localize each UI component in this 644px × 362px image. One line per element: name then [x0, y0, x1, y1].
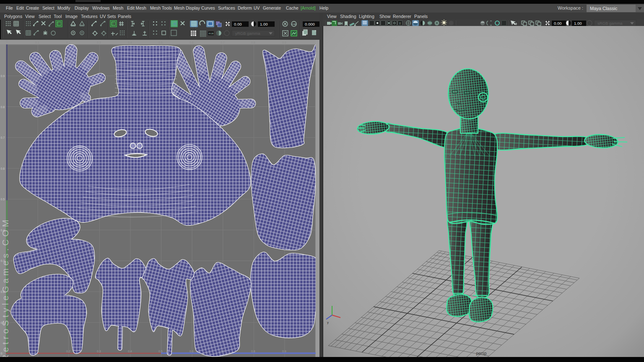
- svg-text:persp: persp: [476, 351, 486, 356]
- svg-text:sRGB gamma: sRGB gamma: [597, 21, 623, 26]
- svg-text:0.5: 0.5: [158, 350, 163, 353]
- svg-text:Deform: Deform: [238, 6, 252, 10]
- svg-text:0.3: 0.3: [97, 41, 101, 44]
- svg-text:Generate: Generate: [263, 6, 281, 10]
- svg-text:View: View: [327, 14, 337, 19]
- svg-text:Curves: Curves: [201, 6, 215, 10]
- svg-text:yRGB gamma: yRGB gamma: [235, 31, 260, 36]
- svg-text:0.00: 0.00: [234, 22, 242, 26]
- svg-text:0.6: 0.6: [190, 41, 194, 44]
- svg-text:1.00: 1.00: [574, 21, 582, 26]
- svg-text:0.4: 0.4: [128, 41, 132, 44]
- svg-text:Renderer: Renderer: [393, 14, 411, 19]
- svg-text:0.00: 0.00: [554, 21, 562, 26]
- svg-text:Panels: Panels: [414, 14, 428, 19]
- svg-text:0.8: 0.8: [251, 350, 255, 353]
- svg-text:F4B: F4B: [292, 23, 296, 26]
- svg-text:RetroStyleGames.COM: RetroStyleGames.COM: [0, 217, 10, 361]
- svg-text:Mesh Tools: Mesh Tools: [150, 6, 172, 10]
- svg-text:Modify: Modify: [57, 6, 70, 10]
- svg-text:0.8: 0.8: [251, 41, 255, 44]
- svg-text:Lighting: Lighting: [359, 14, 374, 19]
- svg-text:Mesh: Mesh: [113, 6, 123, 10]
- svg-text:Windows: Windows: [92, 6, 110, 10]
- svg-text:0.6: 0.6: [1, 167, 5, 170]
- svg-text:0.4: 0.4: [128, 350, 132, 353]
- svg-text:0.7: 0.7: [221, 350, 225, 353]
- svg-text:0.2: 0.2: [66, 41, 70, 44]
- svg-text:Image: Image: [65, 14, 78, 19]
- svg-text:Textures: Textures: [81, 14, 98, 19]
- svg-text:0.1: 0.1: [35, 41, 39, 44]
- svg-text:Workspace :: Workspace :: [558, 5, 583, 10]
- svg-text:Display: Display: [75, 6, 89, 10]
- svg-text:Cache: Cache: [286, 6, 299, 10]
- svg-text:0.8: 0.8: [1, 106, 5, 109]
- svg-text:Edit Mesh: Edit Mesh: [127, 6, 146, 10]
- svg-text:0.7: 0.7: [221, 41, 225, 44]
- svg-text:0.7: 0.7: [1, 136, 5, 139]
- svg-text:y: y: [327, 321, 329, 324]
- svg-text:Help: Help: [319, 6, 328, 10]
- svg-text:Panels: Panels: [118, 14, 131, 19]
- svg-text:Show: Show: [379, 14, 391, 19]
- svg-text:0.6: 0.6: [190, 350, 194, 353]
- svg-text:0.1: 0.1: [35, 350, 39, 353]
- svg-text:0.3: 0.3: [97, 350, 101, 353]
- svg-text:0.5: 0.5: [1, 198, 5, 201]
- svg-text:Tool: Tool: [54, 14, 62, 19]
- svg-text:Select: Select: [42, 6, 55, 10]
- svg-text:0.9: 0.9: [1, 75, 5, 78]
- svg-text:File: File: [6, 6, 13, 10]
- svg-text:UV: UV: [254, 6, 260, 10]
- svg-text:UV Sets: UV Sets: [100, 14, 116, 19]
- svg-text:Surfaces: Surfaces: [218, 6, 235, 10]
- svg-text:T: T: [399, 22, 401, 25]
- svg-text:Create: Create: [26, 6, 39, 10]
- svg-text:1.00: 1.00: [260, 22, 268, 26]
- svg-text:0.5: 0.5: [158, 41, 163, 44]
- svg-text:Shading: Shading: [340, 14, 356, 19]
- svg-text:[Arnold]: [Arnold]: [301, 6, 316, 10]
- svg-text:View: View: [25, 14, 35, 19]
- svg-text:0.000: 0.000: [305, 22, 315, 26]
- svg-text:Select: Select: [39, 14, 51, 19]
- svg-text:RGB: RGB: [209, 32, 214, 35]
- svg-text:0.2: 0.2: [66, 350, 70, 353]
- svg-text:Mesh Display: Mesh Display: [174, 6, 200, 10]
- svg-text:Maya Classic: Maya Classic: [590, 6, 618, 11]
- svg-text:Polygons: Polygons: [4, 14, 22, 19]
- svg-text:0.9: 0.9: [282, 350, 286, 353]
- svg-text:0.9: 0.9: [282, 41, 286, 44]
- svg-text:Edit: Edit: [16, 6, 24, 10]
